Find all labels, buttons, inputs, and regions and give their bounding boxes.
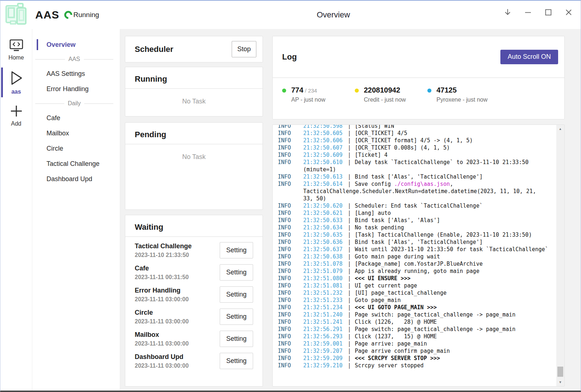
- rail-item-label: aas: [11, 89, 21, 95]
- log-line: INFO21:32:50.633|Bind task ['Alas', 'Ala…: [278, 217, 564, 224]
- log-line: INFO21:32:50.609|[Ticket] 4: [278, 151, 564, 159]
- log-panel: Log Auto Scroll ON 774 / 234 AP - just n…: [272, 36, 565, 119]
- nav-item-mailbox[interactable]: Mailbox: [32, 126, 120, 141]
- task-next-run: 2023-11-11 03:00:00: [135, 318, 189, 325]
- waiting-task-row: Mailbox2023-11-11 03:00:00Setting: [135, 328, 253, 350]
- code-monitor-icon: [9, 38, 24, 52]
- task-next-run: 2023-11-11 00:31:50: [135, 274, 189, 281]
- running-empty-text: No Task: [125, 89, 263, 105]
- log-line: INFO21:32:50.634|No task pending: [278, 224, 564, 231]
- close-button[interactable]: [562, 6, 576, 19]
- waiting-task-row: Cafe2023-11-11 00:31:50Setting: [135, 261, 253, 283]
- waiting-task-row: Tactical Challenge2023-11-10 21:33:50Set…: [135, 239, 253, 261]
- task-setting-button[interactable]: Setting: [220, 242, 253, 258]
- task-setting-button[interactable]: Setting: [220, 331, 253, 347]
- log-line: INFO21:32:59.207|Page arrive confirm pag…: [278, 347, 564, 355]
- rail-item-home[interactable]: Home: [0, 35, 32, 66]
- log-line: INFO21:32:50.606|[OCR_TICKET format] 4/5…: [278, 137, 564, 144]
- log-line: INFO21:32:51.233|Goto page_main: [278, 297, 564, 304]
- nav-list: OverviewAASAAS SettingsError HandlingDai…: [32, 29, 120, 391]
- log-line: INFO21:32:50.637|Wait until 2023-11-10 2…: [278, 246, 564, 253]
- task-name: Tactical Challenge: [135, 242, 192, 250]
- log-line: INFO21:32:51.234|<<< UI GOTO PAGE_MAIN >…: [278, 304, 564, 311]
- credit-dot-icon: [355, 89, 359, 93]
- nav-item-error-handling[interactable]: Error Handling: [32, 81, 120, 97]
- main-content: Scheduler Stop Running No Task Pending N…: [120, 29, 581, 391]
- log-line: INFO21:32:59.209|<<< SCRCPY SERVER STOP …: [278, 355, 564, 362]
- log-title: Log: [282, 52, 297, 62]
- log-console[interactable]: INFO21:32:50.598|[Status] WININFO21:32:5…: [272, 124, 565, 387]
- task-next-run: 2023-11-11 03:00:00: [135, 363, 189, 369]
- waiting-panel: Waiting Tactical Challenge2023-11-10 21:…: [125, 215, 263, 387]
- scrollbar-thumb[interactable]: [557, 367, 563, 377]
- app-logo: [3, 3, 29, 26]
- nav-section-aas: AAS: [32, 52, 120, 66]
- log-line: INFO21:32:51.080|<<< UI ENSURE >>>: [278, 275, 564, 282]
- nav-section-daily: Daily: [32, 97, 120, 110]
- scroll-down-icon[interactable]: ▼: [556, 378, 564, 386]
- log-scrollbar[interactable]: ▲ ▼: [556, 125, 564, 386]
- rail-item-add[interactable]: Add: [0, 100, 32, 132]
- maximize-button[interactable]: [541, 6, 555, 19]
- log-line: INFO21:32:50.636|Bind task ['Alas', 'Tac…: [278, 238, 564, 246]
- task-setting-button[interactable]: Setting: [220, 264, 253, 281]
- scheduler-title: Scheduler: [135, 45, 173, 54]
- stat-ap: 774 / 234 AP - just now: [282, 86, 355, 103]
- task-setting-button[interactable]: Setting: [220, 353, 253, 369]
- log-line: INFO21:32:59.210|Scrcpy server stopped: [278, 362, 564, 369]
- log-line-continuation: (minute=1): [278, 166, 564, 173]
- log-line: INFO21:32:51.079|App is already running,…: [278, 268, 564, 275]
- log-lines: INFO21:32:50.598|[Status] WININFO21:32:5…: [273, 124, 564, 369]
- stat-pyroxene: 47125 Pyroxene - just now: [427, 86, 500, 103]
- play-icon: [8, 70, 24, 86]
- task-next-run: 2023-11-11 03:00:00: [135, 340, 189, 347]
- pending-empty-text: No Task: [125, 144, 263, 161]
- log-line-continuation: 33, 50): [278, 195, 564, 202]
- pending-title: Pending: [125, 123, 263, 144]
- pending-panel: Pending No Task: [125, 122, 263, 210]
- task-name: Mailbox: [135, 331, 189, 339]
- log-line: INFO21:32:51.078|[Package_name] com.Yost…: [278, 260, 564, 268]
- icon-rail: Home aas Add: [0, 29, 32, 391]
- auto-scroll-button[interactable]: Auto Scroll ON: [500, 50, 558, 64]
- stop-button[interactable]: Stop: [232, 41, 256, 57]
- resource-stats: 774 / 234 AP - just now 220810942 Credit…: [273, 78, 564, 103]
- running-panel: Running No Task: [125, 67, 263, 117]
- running-title: Running: [125, 67, 263, 88]
- nav-item-circle[interactable]: Circle: [32, 141, 120, 156]
- log-line: INFO21:32:51.241|Click (1226, 28) @ HOME: [278, 318, 564, 326]
- rail-item-label: Add: [11, 121, 21, 127]
- app-name: AAS: [35, 9, 59, 21]
- rail-item-label: Home: [8, 54, 24, 61]
- log-line: INFO21:32:50.638|Goto main page during w…: [278, 253, 564, 260]
- download-icon[interactable]: [501, 6, 515, 19]
- log-line: INFO21:32:50.610|Delay task `TacticalCha…: [278, 159, 564, 166]
- ap-dot-icon: [282, 89, 286, 93]
- waiting-task-list: Tactical Challenge2023-11-10 21:33:50Set…: [125, 237, 263, 372]
- log-line: INFO21:32:51.081|UI get current page: [278, 282, 564, 289]
- rail-item-aas[interactable]: aas: [0, 66, 32, 100]
- waiting-task-row: Dashboard Upd2023-11-11 03:00:00Setting: [135, 350, 253, 372]
- log-line: INFO21:32:50.605|[OCR_TICKET] 4/5: [278, 130, 564, 137]
- log-line: INFO21:32:51.240|Page switch: page_tacti…: [278, 311, 564, 318]
- minimize-button[interactable]: [521, 6, 535, 19]
- log-line: INFO21:32:50.614|Save config ./config\aa…: [278, 180, 564, 188]
- nav-item-aas-settings[interactable]: AAS Settings: [32, 66, 120, 81]
- nav-item-tactical-challenge[interactable]: Tactical Challenge: [32, 156, 120, 171]
- task-setting-button[interactable]: Setting: [220, 286, 253, 303]
- task-setting-button[interactable]: Setting: [220, 309, 253, 325]
- scroll-up-icon[interactable]: ▲: [556, 125, 564, 133]
- log-line: INFO21:32:59.001|Page arrive: page_main: [278, 340, 564, 347]
- nav-item-overview[interactable]: Overview: [32, 37, 120, 52]
- task-name: Error Handling: [135, 287, 189, 294]
- nav-item-dashboard-upd[interactable]: Dashboard Upd: [32, 171, 120, 187]
- log-line: INFO21:32:50.621|[Lang] auto: [278, 209, 564, 217]
- log-line: INFO21:32:51.232|[UI] page_tactical_chal…: [278, 289, 564, 297]
- waiting-title: Waiting: [125, 215, 263, 236]
- log-line: INFO21:32:50.635|[Task] TacticalChalleng…: [278, 231, 564, 238]
- waiting-task-row: Circle2023-11-11 03:00:00Setting: [135, 306, 253, 328]
- scheduler-panel: Scheduler Stop: [125, 36, 263, 62]
- nav-item-cafe[interactable]: Cafe: [32, 110, 120, 126]
- running-spinner-icon: [62, 9, 74, 20]
- log-line: INFO21:32:56.293|Click (1237, 15) @ HOME: [278, 333, 564, 340]
